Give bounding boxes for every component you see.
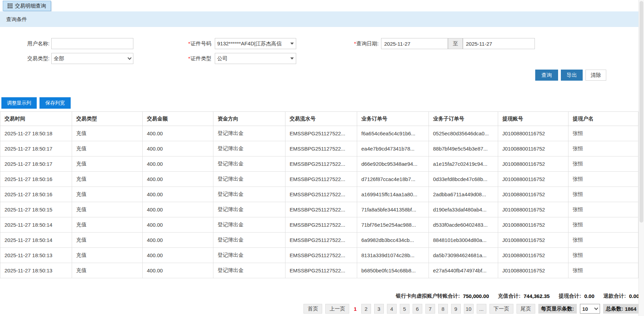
search-button[interactable]: 查询 (535, 70, 558, 81)
user-name-input[interactable] (51, 38, 133, 49)
page-button-8[interactable]: 8 (438, 304, 448, 314)
summary-label: 提现合计: (559, 293, 581, 299)
page-button-4[interactable]: 4 (387, 304, 397, 314)
page-button-3[interactable]: 3 (374, 304, 384, 314)
cell-type: 充值 (72, 187, 143, 202)
cert-no-value: 9132******AF4D|江苏杰高信 (217, 40, 290, 47)
column-header[interactable]: 交易金额 (143, 112, 213, 126)
chevron-down-icon (594, 306, 598, 310)
table-row[interactable]: 2025-11-27 18:50:14充值400.00登记簿出金EMSSBPG2… (0, 233, 638, 248)
cell-type: 充值 (72, 233, 143, 248)
trans-type-value: 全部 (54, 55, 128, 62)
date-to-input[interactable] (463, 38, 535, 49)
page-button-9[interactable]: 9 (451, 304, 461, 314)
column-header[interactable]: 提现账号 (498, 112, 568, 126)
current-page: 1 (352, 306, 358, 312)
summary-label: 充值合计: (498, 293, 521, 299)
cell-sub_order_no: 2adbba6711a449d08... (429, 187, 498, 202)
page-button-6[interactable]: 6 (413, 304, 422, 314)
cell-time: 2025-11-27 18:50:14 (0, 233, 72, 248)
table-row[interactable]: 2025-11-27 18:50:15充值400.00登记簿出金EMSSBPG2… (0, 202, 638, 217)
user-name-label: 用户名称: (0, 38, 50, 49)
per-page-select[interactable]: 10 (580, 304, 600, 314)
summary-value: 0.00 (584, 293, 594, 299)
table-row[interactable]: 2025-11-27 18:50:13充值400.00登记簿出金EMSSBPG2… (0, 263, 638, 278)
cell-direction: 登记簿出金 (213, 233, 285, 248)
cell-sub_order_no: d190efa33daf480ab4... (429, 202, 498, 217)
cell-time: 2025-11-27 18:50:17 (0, 141, 72, 156)
table-row[interactable]: 2025-11-27 18:50:17充值400.00登记簿出金EMSSBPG2… (0, 141, 638, 156)
table-row[interactable]: 2025-11-27 18:50:14充值400.00登记簿出金EMSSBPG2… (0, 217, 638, 233)
query-panel-header: 查询条件 (0, 11, 638, 27)
column-header[interactable]: 提现户名 (568, 112, 638, 126)
export-button[interactable]: 导出 (561, 70, 583, 81)
cell-amount: 400.00 (143, 141, 213, 156)
date-from-input[interactable] (381, 38, 448, 49)
cell-amount: 400.00 (143, 172, 213, 187)
page-button-...[interactable]: ... (477, 304, 486, 314)
transactions-table: 交易时间交易类型交易金额资金方向交易流水号业务订单号业务子订单号提现账号提现户名… (0, 111, 638, 278)
cell-flow_no: EMSSBPG251127522... (285, 172, 357, 187)
scrollbar[interactable] (638, 0, 644, 316)
save-column-width-button[interactable]: 保存列宽 (39, 97, 71, 109)
cert-no-dropdown[interactable]: 9132******AF4D|江苏杰高信 (215, 38, 296, 49)
trans-type-select[interactable]: 全部 (51, 53, 133, 64)
adjust-columns-button[interactable]: 调整显示列 (1, 97, 37, 109)
prev-page-button[interactable]: 上一页 (325, 304, 349, 314)
cell-order_no: 71fa8a5bfe3441358bf... (357, 202, 429, 217)
cert-no-label: *证件号码 (162, 38, 211, 49)
cell-type: 充值 (72, 172, 143, 187)
table-row[interactable]: 2025-11-27 18:50:17充值400.00登记簿出金EMSSBPG2… (0, 156, 638, 172)
cell-direction: 登记簿出金 (213, 156, 285, 172)
cert-type-dropdown[interactable]: 公司 (215, 53, 296, 64)
table-row[interactable]: 2025-11-27 18:50:16充值400.00登记簿出金EMSSBPG2… (0, 187, 638, 202)
cell-withdraw_name: 张恒 (568, 217, 638, 233)
page-button-7[interactable]: 7 (425, 304, 435, 314)
first-page-button[interactable]: 首页 (303, 304, 322, 314)
page-button-10[interactable]: 10 (464, 304, 474, 314)
page-button-5[interactable]: 5 (400, 304, 409, 314)
cell-time: 2025-11-27 18:50:16 (0, 187, 72, 202)
cell-flow_no: EMSSBPG251127522... (285, 126, 357, 141)
trans-type-label: 交易类型: (0, 53, 50, 64)
column-header[interactable]: 交易时间 (0, 112, 72, 126)
summary-label: 银行卡向虚拟账户转账合计: (396, 293, 460, 299)
summary-bar: 银行卡向虚拟账户转账合计:750,000.00充值合计:744,362.35提现… (396, 293, 639, 299)
cell-direction: 登记簿出金 (213, 202, 285, 217)
column-header[interactable]: 交易类型 (72, 112, 143, 126)
cell-withdraw_name: 张恒 (568, 187, 638, 202)
last-page-button[interactable]: 尾页 (517, 304, 535, 314)
cell-withdraw_account: J01008800116752 (498, 202, 568, 217)
module-tab-label: 交易明细查询 (15, 3, 46, 9)
cell-withdraw_name: 张恒 (568, 202, 638, 217)
cell-amount: 400.00 (143, 156, 213, 172)
column-header[interactable]: 资金方向 (213, 112, 285, 126)
cert-type-label: *证件类型 (162, 53, 211, 64)
summary-value: 0.00 (629, 293, 639, 299)
summary-value: 750,000.00 (463, 293, 489, 299)
cell-direction: 登记簿出金 (213, 217, 285, 233)
clear-button[interactable]: 清除 (585, 70, 606, 81)
page-button-2[interactable]: 2 (361, 304, 371, 314)
table-row[interactable]: 2025-11-27 18:50:16充值400.00登记簿出金EMSSBPG2… (0, 172, 638, 187)
cell-sub_order_no: 8848101eb3004d80a... (429, 233, 498, 248)
column-header[interactable]: 交易流水号 (285, 112, 357, 126)
cell-withdraw_name: 张恒 (568, 156, 638, 172)
column-header[interactable]: 业务订单号 (357, 112, 429, 126)
cell-time: 2025-11-27 18:50:17 (0, 156, 72, 172)
chevron-down-icon (127, 56, 131, 60)
next-page-button[interactable]: 下一页 (489, 304, 513, 314)
cell-amount: 400.00 (143, 202, 213, 217)
cell-sub_order_no: e27a5440fb474974bf... (429, 263, 498, 278)
cell-withdraw_name: 张恒 (568, 263, 638, 278)
column-header[interactable]: 业务子订单号 (429, 112, 498, 126)
cell-withdraw_account: J01008800116752 (498, 263, 568, 278)
scrollbar-thumb[interactable] (639, 1, 643, 223)
table-row[interactable]: 2025-11-27 18:50:18充值400.00登记簿出金EMSSBPG2… (0, 126, 638, 141)
module-tab-transaction-detail-query[interactable]: 交易明细查询 (3, 1, 51, 11)
cell-flow_no: EMSSBPG251127522... (285, 187, 357, 202)
table-row[interactable]: 2025-11-27 18:50:13充值400.00登记簿出金EMSSBPG2… (0, 248, 638, 263)
cell-sub_order_no: a1e15fa27c02419c94... (429, 156, 498, 172)
cell-direction: 登记簿出金 (213, 248, 285, 263)
total-count-value: 1864 (625, 306, 636, 312)
